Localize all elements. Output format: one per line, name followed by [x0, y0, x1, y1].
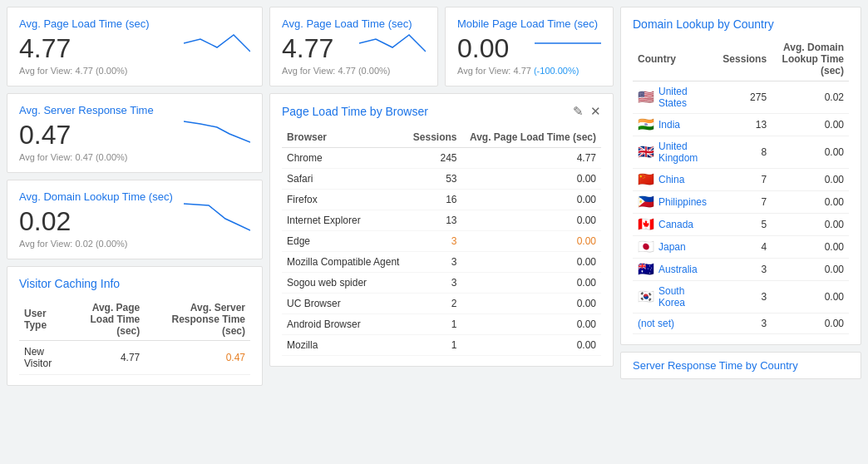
flag-icon: 🇨🇦: [638, 218, 654, 231]
main-container: Avg. Page Load Time (sec) 4.77 Avg for V…: [0, 0, 868, 392]
flag-icon: 🇰🇷: [638, 290, 654, 304]
edit-icon[interactable]: ✎: [573, 104, 584, 119]
domain-cell-country: 🇬🇧 United Kingdom: [633, 136, 718, 169]
flag-icon: 🇯🇵: [638, 240, 654, 254]
browser-col-avgload: Avg. Page Load Time (sec): [462, 127, 601, 148]
country-name[interactable]: Australia: [658, 264, 698, 275]
browser-cell-avgload: 0.00: [462, 231, 601, 252]
flag-icon: 🇺🇸: [638, 91, 654, 104]
browser-cell-sessions: 3: [407, 252, 461, 273]
browser-cell-sessions: 3: [407, 273, 461, 294]
domain-table: Country Sessions Avg. Domain Lookup Time…: [633, 37, 849, 334]
caching-cell-pageload: 4.77: [67, 341, 145, 375]
domain-cell-avglookup: 0.00: [772, 281, 849, 313]
domain-row: 🇬🇧 United Kingdom 8 0.00: [633, 136, 849, 169]
top-metric-cards: Avg. Page Load Time (sec) 4.77 Avg for V…: [269, 7, 614, 86]
browser-cell-avgload: 0.00: [462, 314, 601, 335]
avg-page-load-card: Avg. Page Load Time (sec) 4.77 Avg for V…: [7, 7, 263, 86]
caching-col-pageload: Avg. Page Load Time (sec): [67, 299, 145, 341]
middle-column: Avg. Page Load Time (sec) 4.77 Avg for V…: [269, 7, 614, 386]
caching-table: User Type Avg. Page Load Time (sec) Avg.…: [19, 299, 250, 375]
browser-cell-avgload: 0.00: [462, 294, 601, 314]
caching-row: New Visitor 4.77 0.47: [19, 341, 250, 375]
browser-card-icons: ✎ ✕: [573, 104, 601, 119]
avg-page-load-main-card: Avg. Page Load Time (sec) 4.77 Avg for V…: [269, 7, 438, 86]
domain-col-avglookup: Avg. Domain Lookup Time (sec): [772, 37, 849, 81]
domain-cell-sessions: 3: [718, 313, 772, 334]
domain-row: 🇯🇵 Japan 4 0.00: [633, 236, 849, 259]
country-name[interactable]: (not set): [638, 318, 674, 329]
country-name[interactable]: Japan: [658, 241, 686, 253]
domain-cell-avglookup: 0.02: [772, 81, 849, 114]
browser-cell-sessions: 1: [407, 314, 461, 335]
server-response-country-title: Server Response Time by Country: [620, 352, 861, 379]
domain-cell-sessions: 8: [718, 136, 772, 169]
domain-cell-sessions: 7: [718, 169, 772, 191]
right-column: Domain Lookup by Country Country Session…: [620, 7, 861, 386]
avg-server-response-sparkline: [184, 109, 250, 151]
country-name[interactable]: United Kingdom: [658, 141, 713, 164]
caching-col-usertype: User Type: [19, 299, 67, 341]
avg-page-load-main-avg: Avg for View: 4.77 (0.00%): [282, 66, 426, 76]
flag-icon: 🇨🇳: [638, 173, 654, 186]
domain-row: 🇰🇷 South Korea 3 0.00: [633, 281, 849, 313]
caching-col-serverresp: Avg. Server Response Time (sec): [145, 299, 250, 341]
browser-cell-name: Chrome: [282, 148, 407, 169]
browser-row: Mozilla Compatible Agent 3 0.00: [282, 252, 601, 273]
domain-cell-sessions: 4: [718, 236, 772, 259]
country-name[interactable]: United States: [658, 86, 713, 109]
domain-cell-avglookup: 0.00: [772, 214, 849, 236]
left-column: Avg. Page Load Time (sec) 4.77 Avg for V…: [7, 7, 263, 386]
country-name[interactable]: India: [658, 119, 680, 131]
browser-cell-avgload: 0.00: [462, 273, 601, 294]
close-icon[interactable]: ✕: [590, 104, 601, 119]
browser-cell-sessions: 245: [407, 148, 461, 169]
domain-cell-country: 🇨🇳 China: [633, 169, 718, 191]
country-name[interactable]: Philippines: [658, 196, 707, 208]
domain-cell-country: 🇯🇵 Japan: [633, 236, 718, 259]
avg-domain-lookup-card: Avg. Domain Lookup Time (sec) 0.02 Avg f…: [7, 180, 263, 259]
avg-domain-lookup-avg: Avg for View: 0.02 (0.00%): [19, 239, 250, 249]
browser-row: Chrome 245 4.77: [282, 148, 601, 169]
avg-domain-lookup-sparkline: [184, 195, 250, 237]
browser-row: Firefox 16 0.00: [282, 190, 601, 210]
sparkline-2: [535, 22, 601, 64]
domain-col-country: Country: [633, 37, 718, 81]
domain-cell-avglookup: 0.00: [772, 191, 849, 214]
domain-lookup-title: Domain Lookup by Country: [633, 17, 849, 31]
domain-row: (not set) 3 0.00: [633, 313, 849, 334]
browser-cell-avgload: 0.00: [462, 335, 601, 356]
domain-row: 🇦🇺 Australia 3 0.00: [633, 259, 849, 281]
domain-cell-country: 🇺🇸 United States: [633, 81, 718, 114]
browser-row: Internet Explorer 13 0.00: [282, 210, 601, 231]
domain-cell-country: 🇵🇭 Philippines: [633, 191, 718, 214]
domain-cell-sessions: 3: [718, 281, 772, 313]
browser-cell-name: Safari: [282, 169, 407, 190]
browser-cell-avgload: 0.00: [462, 252, 601, 273]
domain-cell-country: 🇮🇳 India: [633, 114, 718, 136]
browser-cell-name: Firefox: [282, 190, 407, 210]
visitor-caching-title: Visitor Caching Info: [19, 277, 250, 290]
browser-table: Browser Sessions Avg. Page Load Time (se…: [282, 127, 601, 356]
browser-col-sessions: Sessions: [407, 127, 461, 148]
domain-cell-country: 🇨🇦 Canada: [633, 214, 718, 236]
browser-table-card: Page Load Time by Browser ✎ ✕ Browser Se…: [269, 93, 614, 367]
browser-cell-sessions: 1: [407, 335, 461, 356]
browser-cell-name: Android Browser: [282, 314, 407, 335]
domain-cell-avglookup: 0.00: [772, 136, 849, 169]
browser-cell-sessions: 16: [407, 190, 461, 210]
mobile-page-load-card: Mobile Page Load Time (sec) 0.00 Avg for…: [445, 7, 614, 86]
avg-page-load-avg: Avg for View: 4.77 (0.00%): [19, 66, 250, 76]
avg-server-response-avg: Avg for View: 0.47 (0.00%): [19, 152, 250, 162]
visitor-caching-card: Visitor Caching Info User Type Avg. Page…: [7, 266, 263, 386]
country-name[interactable]: China: [658, 174, 684, 185]
mobile-page-load-avg: Avg for View: 4.77 (-100.00%): [457, 66, 601, 76]
avg-server-response-card: Avg. Server Response Time 0.47 Avg for V…: [7, 93, 263, 173]
flag-icon: 🇵🇭: [638, 195, 654, 209]
country-name[interactable]: South Korea: [658, 285, 713, 309]
browser-cell-avgload: 0.00: [462, 169, 601, 190]
domain-lookup-card: Domain Lookup by Country Country Session…: [620, 7, 861, 345]
country-name[interactable]: Canada: [658, 219, 693, 230]
browser-cell-sessions: 13: [407, 210, 461, 231]
domain-cell-avglookup: 0.00: [772, 114, 849, 136]
